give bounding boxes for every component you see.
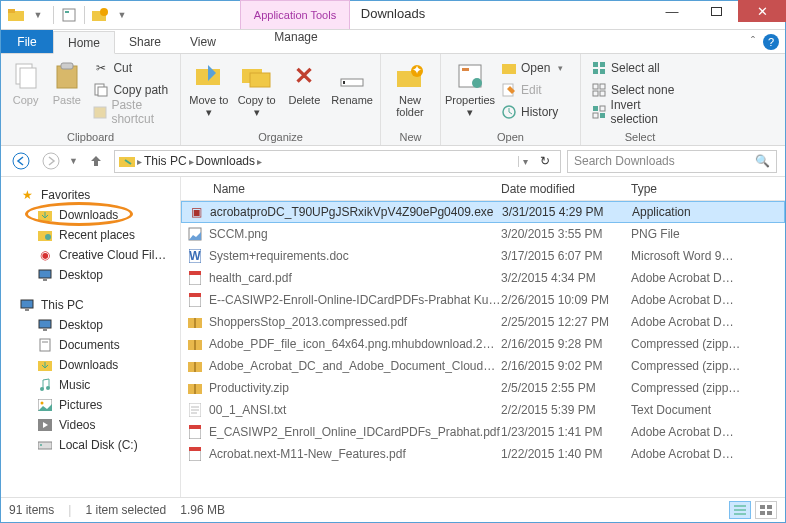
sidebar-item-downloads[interactable]: Downloads bbox=[1, 205, 180, 225]
history-button[interactable]: History bbox=[497, 102, 567, 122]
sidebar-item[interactable]: Downloads bbox=[1, 355, 180, 375]
svg-rect-33 bbox=[600, 84, 605, 89]
column-name[interactable]: Name bbox=[181, 182, 501, 196]
copy-path-button[interactable]: Copy path bbox=[89, 80, 174, 100]
folder-icon[interactable] bbox=[7, 6, 25, 24]
file-row[interactable]: health_card.pdf3/2/2015 4:34 PMAdobe Acr… bbox=[181, 267, 785, 289]
file-row[interactable]: WSystem+requirements.doc3/17/2015 6:07 P… bbox=[181, 245, 785, 267]
paste-shortcut-button[interactable]: Paste shortcut bbox=[89, 102, 174, 122]
search-input[interactable] bbox=[574, 154, 744, 168]
properties-qat-icon[interactable] bbox=[60, 6, 78, 24]
group-label-clipboard: Clipboard bbox=[7, 129, 174, 145]
svg-rect-30 bbox=[593, 69, 598, 74]
collapse-ribbon-icon[interactable]: ˆ bbox=[751, 35, 755, 49]
invert-icon bbox=[591, 104, 607, 120]
refresh-button[interactable]: ↻ bbox=[534, 154, 556, 168]
copy-to-button[interactable]: Copy to ▾ bbox=[235, 56, 279, 122]
sidebar-this-pc[interactable]: This PC bbox=[1, 295, 180, 315]
file-row[interactable]: ShoppersStop_2013.compressed.pdf2/25/201… bbox=[181, 311, 785, 333]
file-row[interactable]: ▣acrobatproDC_T90UPgJSRxikVpV4Z90ePg0409… bbox=[181, 201, 785, 223]
copy-button[interactable]: Copy bbox=[7, 56, 44, 122]
sidebar-item[interactable]: Desktop bbox=[1, 315, 180, 335]
invert-selection-button[interactable]: Invert selection bbox=[587, 102, 693, 122]
status-selected: 1 item selected bbox=[85, 503, 166, 517]
tab-file[interactable]: File bbox=[1, 30, 53, 53]
sidebar-favorites[interactable]: ★Favorites bbox=[1, 185, 180, 205]
address-dropdown[interactable]: ▾ bbox=[518, 156, 532, 167]
sidebar-item[interactable]: Pictures bbox=[1, 395, 180, 415]
details-view-button[interactable] bbox=[729, 501, 751, 519]
svg-rect-39 bbox=[600, 113, 605, 118]
select-none-button[interactable]: Select none bbox=[587, 80, 693, 100]
recent-locations-dropdown[interactable]: ▼ bbox=[69, 156, 78, 166]
new-folder-button[interactable]: ✦New folder bbox=[387, 56, 433, 122]
search-box[interactable]: 🔍 bbox=[567, 150, 777, 173]
chevron-down-icon[interactable]: ▼ bbox=[29, 6, 47, 24]
breadcrumb[interactable]: ▸ This PC ▸ Downloads ▸ ▾ ↻ bbox=[114, 150, 561, 173]
nav-forward-button[interactable] bbox=[39, 149, 63, 173]
file-row[interactable]: E_CASIWP2_Enroll_Online_IDCardPDFs_Prabh… bbox=[181, 421, 785, 443]
crumb-downloads[interactable]: Downloads bbox=[196, 154, 255, 168]
delete-button[interactable]: ✕Delete bbox=[283, 56, 327, 122]
new-folder-qat-icon[interactable] bbox=[91, 6, 109, 24]
cut-button[interactable]: ✂Cut bbox=[89, 58, 174, 78]
delete-icon: ✕ bbox=[288, 60, 320, 92]
file-type: Compressed (zipp… bbox=[631, 337, 785, 351]
sidebar-item[interactable]: Videos bbox=[1, 415, 180, 435]
group-label-new: New bbox=[387, 129, 434, 145]
svg-point-56 bbox=[46, 386, 50, 390]
file-row[interactable]: Adobe_PDF_file_icon_64x64.png.mhubdownlo… bbox=[181, 333, 785, 355]
svg-rect-82 bbox=[189, 425, 201, 429]
minimize-button[interactable]: — bbox=[650, 0, 694, 22]
paste-icon bbox=[51, 60, 83, 92]
paste-button[interactable]: Paste bbox=[48, 56, 85, 122]
sidebar-item[interactable]: Music bbox=[1, 375, 180, 395]
sidebar-item[interactable]: Local Disk (C:) bbox=[1, 435, 180, 455]
tab-share[interactable]: Share bbox=[115, 30, 176, 53]
rename-button[interactable]: Rename bbox=[330, 56, 374, 122]
file-list[interactable]: ▣acrobatproDC_T90UPgJSRxikVpV4Z90ePg0409… bbox=[181, 201, 785, 496]
svg-rect-16 bbox=[250, 73, 270, 87]
svg-rect-89 bbox=[767, 505, 772, 509]
zip-icon bbox=[181, 382, 209, 394]
maximize-button[interactable] bbox=[694, 0, 738, 22]
crumb-this-pc[interactable]: This PC bbox=[144, 154, 187, 168]
tab-manage[interactable]: Manage bbox=[241, 30, 351, 44]
file-row[interactable]: Acrobat.next-M11-New_Features.pdf1/22/20… bbox=[181, 443, 785, 465]
tab-home[interactable]: Home bbox=[53, 31, 115, 54]
icons-view-button[interactable] bbox=[755, 501, 777, 519]
column-headers[interactable]: Name Date modified Type bbox=[181, 177, 785, 201]
search-icon[interactable]: 🔍 bbox=[755, 154, 770, 168]
nav-back-button[interactable] bbox=[9, 149, 33, 173]
properties-button[interactable]: Properties ▾ bbox=[447, 56, 493, 122]
folder-icon bbox=[37, 437, 53, 453]
sidebar-item[interactable]: Documents bbox=[1, 335, 180, 355]
file-row[interactable]: Productivity.zip2/5/2015 2:55 PMCompress… bbox=[181, 377, 785, 399]
help-button[interactable]: ? bbox=[763, 34, 779, 50]
edit-button[interactable]: Edit bbox=[497, 80, 567, 100]
sidebar-item-creative-cloud[interactable]: ◉Creative Cloud Fil… bbox=[1, 245, 180, 265]
chevron-down-icon[interactable]: ▼ bbox=[113, 6, 131, 24]
file-row[interactable]: E--CASIWP2-Enroll-Online-IDCardPDFs-Prab… bbox=[181, 289, 785, 311]
pdf-icon bbox=[181, 271, 209, 285]
svg-text:✦: ✦ bbox=[412, 63, 422, 77]
file-date: 3/2/2015 4:34 PM bbox=[501, 271, 631, 285]
file-row[interactable]: SCCM.png3/20/2015 3:55 PMPNG File bbox=[181, 223, 785, 245]
navigation-pane[interactable]: ★Favorites Downloads Recent places ◉Crea… bbox=[1, 177, 181, 497]
file-type: Adobe Acrobat D… bbox=[631, 293, 785, 307]
file-row[interactable]: Adobe_Acrobat_DC_and_Adobe_Document_Clou… bbox=[181, 355, 785, 377]
sidebar-item-recent[interactable]: Recent places bbox=[1, 225, 180, 245]
select-all-button[interactable]: Select all bbox=[587, 58, 693, 78]
move-to-button[interactable]: Move to ▾ bbox=[187, 56, 231, 122]
file-name: 00_1_ANSI.txt bbox=[209, 403, 501, 417]
open-button[interactable]: Open▾ bbox=[497, 58, 567, 78]
copy-to-icon bbox=[241, 60, 273, 92]
tab-view[interactable]: View bbox=[176, 30, 231, 53]
column-date[interactable]: Date modified bbox=[501, 182, 631, 196]
sidebar-item-desktop[interactable]: Desktop bbox=[1, 265, 180, 285]
close-button[interactable]: ✕ bbox=[738, 0, 786, 22]
file-row[interactable]: 00_1_ANSI.txt2/2/2015 5:39 PMText Docume… bbox=[181, 399, 785, 421]
nav-up-button[interactable] bbox=[84, 149, 108, 173]
column-type[interactable]: Type bbox=[631, 182, 785, 196]
file-date: 2/2/2015 5:39 PM bbox=[501, 403, 631, 417]
